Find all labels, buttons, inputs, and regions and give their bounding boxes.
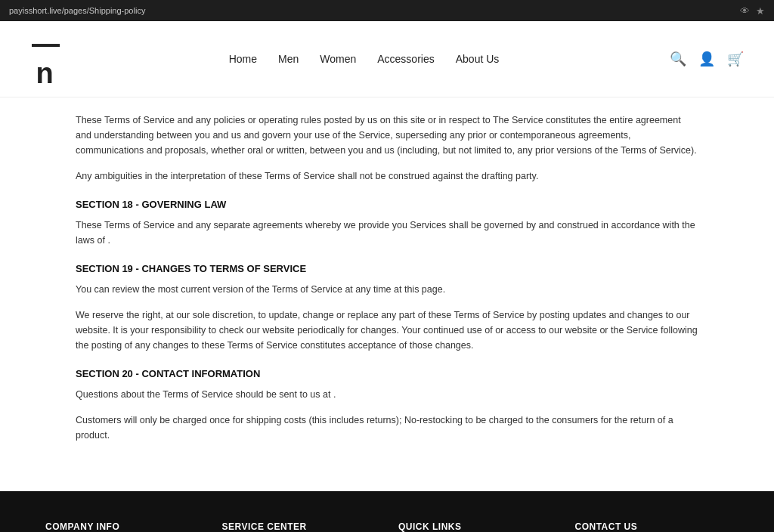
footer-contact-us: CONTACT US Email: service@svcsupports.co… xyxy=(575,521,729,532)
footer-contact-heading: CONTACT US xyxy=(575,521,729,532)
section19-text2: We reserve the right, at our sole discre… xyxy=(76,308,698,353)
para1: These Terms of Service and any policies … xyxy=(76,113,698,158)
header-icons: 🔍 👤 🛒 xyxy=(670,51,744,67)
site-footer: COMPANY INFO About Us SERVICE CENTER Shi… xyxy=(0,491,774,532)
para2: Any ambiguities in the interpretation of… xyxy=(76,169,698,184)
user-icon[interactable]: 👤 xyxy=(698,51,715,67)
main-nav: Home Men Women Accessories About Us xyxy=(229,53,500,65)
footer-quick-heading: QUICK LINKS xyxy=(398,521,553,532)
section19-text1: You can review the most current version … xyxy=(76,282,698,297)
footer-quick-links: QUICK LINKS Search Login Register Tracki… xyxy=(398,521,553,532)
section20-text2: Customers will only be charged once for … xyxy=(76,413,698,443)
footer-company-info: COMPANY INFO About Us xyxy=(45,521,200,532)
cart-icon[interactable]: 🛒 xyxy=(727,51,744,67)
site-header: ⸻ n Home Men Women Accessories About Us … xyxy=(0,21,774,97)
eye-slash-icon[interactable]: 👁︎ xyxy=(740,5,750,17)
nav-women[interactable]: Women xyxy=(320,53,356,65)
star-icon[interactable]: ★ xyxy=(756,5,765,17)
section18-text: These Terms of Service and any separate … xyxy=(76,218,698,248)
section20-text1: Questions about the Terms of Service sho… xyxy=(76,387,698,402)
search-icon[interactable]: 🔍 xyxy=(670,51,686,67)
logo[interactable]: ⸻ n xyxy=(30,30,58,88)
nav-home[interactable]: Home xyxy=(229,53,257,65)
footer-grid: COMPANY INFO About Us SERVICE CENTER Shi… xyxy=(45,521,729,532)
nav-about[interactable]: About Us xyxy=(456,53,500,65)
section20-title: SECTION 20 - CONTACT INFORMATION xyxy=(76,368,698,379)
footer-service-heading: SERVICE CENTER xyxy=(222,521,376,532)
browser-icons: 👁︎ ★ xyxy=(740,5,765,17)
section19-title: SECTION 19 - CHANGES TO TERMS OF SERVICE xyxy=(76,263,698,274)
url-bar[interactable]: payisshort.live/pages/Shipping-policy xyxy=(9,6,732,15)
footer-service-center: SERVICE CENTER Shipping policy Return po… xyxy=(222,521,376,532)
section18-title: SECTION 18 - GOVERNING LAW xyxy=(76,199,698,210)
footer-company-heading: COMPANY INFO xyxy=(45,521,200,532)
browser-bar: payisshort.live/pages/Shipping-policy 👁︎… xyxy=(0,0,774,21)
main-content: These Terms of Service and any policies … xyxy=(0,97,774,484)
nav-men[interactable]: Men xyxy=(278,53,299,65)
nav-accessories[interactable]: Accessories xyxy=(377,53,434,65)
